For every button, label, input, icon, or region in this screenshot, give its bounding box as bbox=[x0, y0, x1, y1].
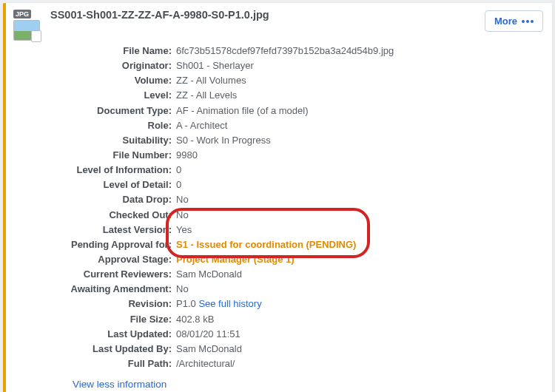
meta-label: Awaiting Amendment: bbox=[50, 282, 176, 297]
image-preview-icon bbox=[13, 20, 40, 41]
file-metadata: File Name:6fc73b51578cdef97fefd7397b152b… bbox=[50, 44, 545, 371]
meta-label: Latest Version: bbox=[50, 223, 176, 237]
file-title[interactable]: SS001-Sh001-ZZ-ZZ-AF-A-9980-S0-P1.0.jpg bbox=[50, 9, 269, 21]
meta-value: Sh001 - Sherlayer bbox=[176, 58, 545, 73]
meta-row: Last Updated:08/01/20 11:51 bbox=[50, 327, 545, 342]
meta-row: File Size:402.8 kB bbox=[50, 312, 545, 327]
meta-value: ZZ - All Volumes bbox=[176, 73, 545, 88]
meta-label: Originator: bbox=[50, 58, 176, 73]
more-button-label: More bbox=[494, 16, 517, 27]
meta-row: Last Updated By:Sam McDonald bbox=[50, 342, 545, 356]
view-less-link[interactable]: View less information bbox=[73, 379, 166, 390]
meta-value: A - Architect bbox=[176, 118, 545, 133]
meta-value: Sam McDonald bbox=[176, 342, 545, 356]
meta-row: Awaiting Amendment:No bbox=[50, 282, 545, 297]
meta-value: 9980 bbox=[176, 148, 545, 163]
view-less-row: View less information bbox=[73, 379, 545, 390]
meta-label: Last Updated: bbox=[50, 327, 176, 342]
meta-label: Last Updated By: bbox=[50, 342, 176, 356]
meta-label: Level of Information: bbox=[50, 163, 176, 178]
ellipsis-icon bbox=[522, 20, 534, 23]
meta-value: 0 bbox=[176, 163, 545, 178]
see-full-history-link[interactable]: See full history bbox=[198, 298, 261, 309]
meta-value: S0 - Work In Progress bbox=[176, 133, 545, 148]
file-card: JPG SS001-Sh001-ZZ-ZZ-AF-A-9980-S0-P1.0.… bbox=[3, 3, 552, 392]
meta-row: Revision:P1.0 See full history bbox=[50, 297, 545, 311]
meta-row: Full Path:/Architectural/ bbox=[50, 356, 545, 371]
meta-row: Volume:ZZ - All Volumes bbox=[50, 73, 545, 88]
meta-value: 402.8 kB bbox=[176, 312, 545, 327]
meta-label: Document Type: bbox=[50, 104, 176, 118]
more-button[interactable]: More bbox=[485, 10, 543, 32]
meta-row: Document Type:AF - Animation file (of a … bbox=[50, 104, 545, 118]
file-ext-badge: JPG bbox=[13, 10, 31, 18]
meta-label: Revision: bbox=[50, 297, 176, 311]
meta-value: /Architectural/ bbox=[176, 356, 545, 371]
meta-value: No bbox=[176, 282, 545, 297]
meta-row: Role:A - Architect bbox=[50, 118, 545, 133]
meta-row: Latest Version:Yes bbox=[50, 223, 545, 237]
meta-label: Full Path: bbox=[50, 356, 176, 371]
meta-value: 0 bbox=[176, 178, 545, 192]
meta-value: Yes bbox=[176, 223, 545, 237]
meta-row: Originator:Sh001 - Sherlayer bbox=[50, 58, 545, 73]
meta-row: Pending Approval for:S1 - Issued for coo… bbox=[50, 237, 545, 252]
meta-row: File Number:9980 bbox=[50, 148, 545, 163]
meta-label: Volume: bbox=[50, 73, 176, 88]
meta-row: Data Drop:No bbox=[50, 192, 545, 207]
meta-value: Sam McDonald bbox=[176, 267, 545, 282]
meta-row: Checked Out:No bbox=[50, 208, 545, 223]
meta-label: Pending Approval for: bbox=[50, 237, 176, 252]
meta-value: S1 - Issued for coordination (PENDING) bbox=[176, 237, 545, 252]
meta-row: File Name:6fc73b51578cdef97fefd7397b152b… bbox=[50, 44, 545, 58]
meta-label: File Name: bbox=[50, 44, 176, 58]
file-thumbnail[interactable]: JPG bbox=[13, 7, 43, 41]
meta-row: Current Reviewers:Sam McDonald bbox=[50, 267, 545, 282]
meta-label: Level of Detail: bbox=[50, 178, 176, 192]
meta-label: Approval Stage: bbox=[50, 252, 176, 267]
meta-label: Checked Out: bbox=[50, 208, 176, 223]
meta-value: Project Manager (Stage 1) bbox=[176, 252, 545, 267]
meta-label: Level: bbox=[50, 88, 176, 103]
meta-value: P1.0 See full history bbox=[176, 297, 545, 311]
meta-label: Suitability: bbox=[50, 133, 176, 148]
meta-value: No bbox=[176, 192, 545, 207]
meta-label: Data Drop: bbox=[50, 192, 176, 207]
meta-value: AF - Animation file (of a model) bbox=[176, 104, 545, 118]
meta-label: File Number: bbox=[50, 148, 176, 163]
meta-value: 6fc73b51578cdef97fefd7397b152ba3a24d54b9… bbox=[176, 44, 545, 58]
meta-label: Role: bbox=[50, 118, 176, 133]
meta-label: Current Reviewers: bbox=[50, 267, 176, 282]
meta-row: Approval Stage:Project Manager (Stage 1) bbox=[50, 252, 545, 267]
meta-row: Level of Information:0 bbox=[50, 163, 545, 178]
meta-row: Level of Detail:0 bbox=[50, 178, 545, 192]
meta-row: Suitability:S0 - Work In Progress bbox=[50, 133, 545, 148]
meta-value: ZZ - All Levels bbox=[176, 88, 545, 103]
meta-value: 08/01/20 11:51 bbox=[176, 327, 545, 342]
meta-row: Level:ZZ - All Levels bbox=[50, 88, 545, 103]
card-header: JPG SS001-Sh001-ZZ-ZZ-AF-A-9980-S0-P1.0.… bbox=[13, 7, 545, 41]
meta-value: No bbox=[176, 208, 545, 223]
meta-label: File Size: bbox=[50, 312, 176, 327]
